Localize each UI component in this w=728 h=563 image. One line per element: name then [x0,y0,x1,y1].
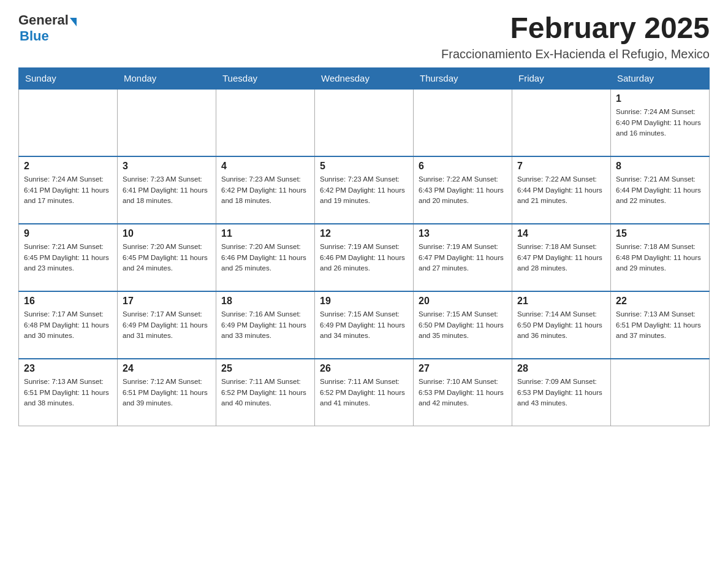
weekday-header-monday: Monday [118,67,216,89]
weekday-header-thursday: Thursday [414,67,512,89]
day-info: Sunrise: 7:17 AM Sunset: 6:49 PM Dayligh… [123,309,211,342]
calendar-cell [118,89,216,156]
day-number: 27 [419,363,507,374]
day-info: Sunrise: 7:11 AM Sunset: 6:52 PM Dayligh… [221,377,309,409]
calendar-cell: 24Sunrise: 7:12 AM Sunset: 6:51 PM Dayli… [118,359,216,426]
calendar-cell: 3Sunrise: 7:23 AM Sunset: 6:41 PM Daylig… [118,156,216,224]
day-number: 5 [320,161,408,172]
day-info: Sunrise: 7:22 AM Sunset: 6:44 PM Dayligh… [517,174,605,207]
calendar-cell: 16Sunrise: 7:17 AM Sunset: 6:48 PM Dayli… [19,291,118,359]
weekday-header-sunday: Sunday [19,67,118,89]
calendar-cell: 4Sunrise: 7:23 AM Sunset: 6:42 PM Daylig… [216,156,315,224]
day-info: Sunrise: 7:24 AM Sunset: 6:41 PM Dayligh… [24,174,112,207]
calendar-cell: 20Sunrise: 7:15 AM Sunset: 6:50 PM Dayli… [414,291,512,359]
logo: General Blue [18,12,77,44]
calendar-cell: 22Sunrise: 7:13 AM Sunset: 6:51 PM Dayli… [611,291,710,359]
day-number: 11 [221,228,309,239]
day-number: 3 [123,161,211,172]
calendar-cell: 28Sunrise: 7:09 AM Sunset: 6:53 PM Dayli… [512,359,611,426]
day-number: 10 [123,228,211,239]
day-number: 21 [517,296,605,307]
day-info: Sunrise: 7:12 AM Sunset: 6:51 PM Dayligh… [123,377,211,409]
day-info: Sunrise: 7:23 AM Sunset: 6:42 PM Dayligh… [320,174,408,207]
calendar-week-row: 9Sunrise: 7:21 AM Sunset: 6:45 PM Daylig… [19,224,710,291]
calendar-cell: 12Sunrise: 7:19 AM Sunset: 6:46 PM Dayli… [315,224,414,291]
page-header: General Blue February 2025 Fraccionamien… [18,12,710,61]
day-info: Sunrise: 7:13 AM Sunset: 6:51 PM Dayligh… [616,309,704,342]
day-number: 14 [517,228,605,239]
day-number: 1 [616,93,704,104]
day-number: 23 [24,363,112,374]
day-info: Sunrise: 7:19 AM Sunset: 6:47 PM Dayligh… [419,242,507,274]
day-number: 28 [517,363,605,374]
calendar-cell: 10Sunrise: 7:20 AM Sunset: 6:45 PM Dayli… [118,224,216,291]
day-info: Sunrise: 7:17 AM Sunset: 6:48 PM Dayligh… [24,309,112,342]
day-info: Sunrise: 7:20 AM Sunset: 6:46 PM Dayligh… [221,242,309,274]
logo-general-text: General [18,12,69,28]
calendar-cell: 2Sunrise: 7:24 AM Sunset: 6:41 PM Daylig… [19,156,118,224]
day-number: 2 [24,161,112,172]
day-info: Sunrise: 7:18 AM Sunset: 6:48 PM Dayligh… [616,242,704,274]
calendar-cell: 27Sunrise: 7:10 AM Sunset: 6:53 PM Dayli… [414,359,512,426]
day-info: Sunrise: 7:16 AM Sunset: 6:49 PM Dayligh… [221,309,309,342]
logo-arrow-icon [70,18,77,26]
calendar-table: SundayMondayTuesdayWednesdayThursdayFrid… [18,67,710,427]
calendar-subtitle: Fraccionamiento Ex-Hacienda el Refugio, … [441,47,710,61]
day-number: 9 [24,228,112,239]
calendar-week-row: 1Sunrise: 7:24 AM Sunset: 6:40 PM Daylig… [19,89,710,156]
day-info: Sunrise: 7:18 AM Sunset: 6:47 PM Dayligh… [517,242,605,274]
day-number: 8 [616,161,704,172]
calendar-cell [216,89,315,156]
day-info: Sunrise: 7:23 AM Sunset: 6:42 PM Dayligh… [221,174,309,207]
day-number: 15 [616,228,704,239]
day-info: Sunrise: 7:22 AM Sunset: 6:43 PM Dayligh… [419,174,507,207]
day-info: Sunrise: 7:14 AM Sunset: 6:50 PM Dayligh… [517,309,605,342]
calendar-cell: 17Sunrise: 7:17 AM Sunset: 6:49 PM Dayli… [118,291,216,359]
calendar-cell [512,89,611,156]
calendar-cell: 26Sunrise: 7:11 AM Sunset: 6:52 PM Dayli… [315,359,414,426]
weekday-header-saturday: Saturday [611,67,710,89]
title-area: February 2025 Fraccionamiento Ex-Haciend… [441,12,710,61]
calendar-week-row: 16Sunrise: 7:17 AM Sunset: 6:48 PM Dayli… [19,291,710,359]
day-number: 7 [517,161,605,172]
weekday-header-friday: Friday [512,67,611,89]
calendar-cell: 23Sunrise: 7:13 AM Sunset: 6:51 PM Dayli… [19,359,118,426]
day-info: Sunrise: 7:11 AM Sunset: 6:52 PM Dayligh… [320,377,408,409]
day-info: Sunrise: 7:10 AM Sunset: 6:53 PM Dayligh… [419,377,507,409]
calendar-cell: 19Sunrise: 7:15 AM Sunset: 6:49 PM Dayli… [315,291,414,359]
day-number: 16 [24,296,112,307]
logo-blue-text: Blue [20,28,49,44]
calendar-cell: 7Sunrise: 7:22 AM Sunset: 6:44 PM Daylig… [512,156,611,224]
day-number: 18 [221,296,309,307]
calendar-title: February 2025 [441,12,710,45]
day-info: Sunrise: 7:15 AM Sunset: 6:49 PM Dayligh… [320,309,408,342]
calendar-cell [315,89,414,156]
day-number: 17 [123,296,211,307]
day-info: Sunrise: 7:21 AM Sunset: 6:45 PM Dayligh… [24,242,112,274]
calendar-week-row: 2Sunrise: 7:24 AM Sunset: 6:41 PM Daylig… [19,156,710,224]
calendar-cell [611,359,710,426]
calendar-cell [414,89,512,156]
day-info: Sunrise: 7:15 AM Sunset: 6:50 PM Dayligh… [419,309,507,342]
weekday-header-row: SundayMondayTuesdayWednesdayThursdayFrid… [19,67,710,89]
day-number: 19 [320,296,408,307]
calendar-cell: 6Sunrise: 7:22 AM Sunset: 6:43 PM Daylig… [414,156,512,224]
day-info: Sunrise: 7:21 AM Sunset: 6:44 PM Dayligh… [616,174,704,207]
day-info: Sunrise: 7:09 AM Sunset: 6:53 PM Dayligh… [517,377,605,409]
calendar-cell: 5Sunrise: 7:23 AM Sunset: 6:42 PM Daylig… [315,156,414,224]
calendar-cell: 21Sunrise: 7:14 AM Sunset: 6:50 PM Dayli… [512,291,611,359]
weekday-header-tuesday: Tuesday [216,67,315,89]
calendar-cell: 9Sunrise: 7:21 AM Sunset: 6:45 PM Daylig… [19,224,118,291]
day-number: 24 [123,363,211,374]
calendar-cell: 14Sunrise: 7:18 AM Sunset: 6:47 PM Dayli… [512,224,611,291]
calendar-cell: 8Sunrise: 7:21 AM Sunset: 6:44 PM Daylig… [611,156,710,224]
day-number: 25 [221,363,309,374]
day-info: Sunrise: 7:20 AM Sunset: 6:45 PM Dayligh… [123,242,211,274]
calendar-cell [19,89,118,156]
day-number: 20 [419,296,507,307]
day-info: Sunrise: 7:19 AM Sunset: 6:46 PM Dayligh… [320,242,408,274]
calendar-cell: 18Sunrise: 7:16 AM Sunset: 6:49 PM Dayli… [216,291,315,359]
day-info: Sunrise: 7:24 AM Sunset: 6:40 PM Dayligh… [616,107,704,139]
calendar-cell: 11Sunrise: 7:20 AM Sunset: 6:46 PM Dayli… [216,224,315,291]
calendar-cell: 15Sunrise: 7:18 AM Sunset: 6:48 PM Dayli… [611,224,710,291]
